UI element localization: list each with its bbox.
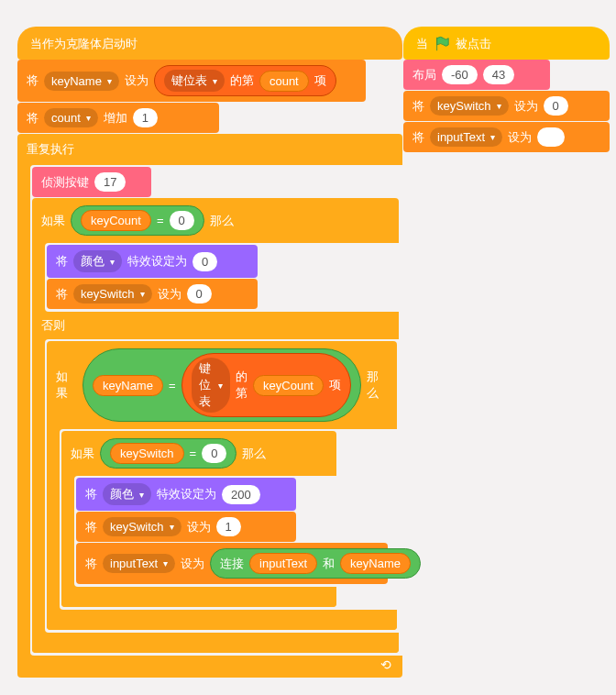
block-set-inputtext-right[interactable]: 将 inputText 设为 [403, 122, 610, 152]
input-inputtext-r[interactable] [537, 127, 565, 147]
op-equals-2[interactable]: keyName = 键位表 的第 keyCount 项 [82, 348, 361, 422]
block-layout[interactable]: 布局 -60 43 [403, 60, 550, 90]
var-inputtext[interactable]: inputText [249, 553, 317, 574]
block-set-keyswitch-right[interactable]: 将 keySwitch 设为 0 [403, 91, 610, 121]
block-set-effect-0[interactable]: 将 颜色 特效设定为 0 [47, 245, 258, 278]
op-equals-3[interactable]: keySwitch = 0 [100, 438, 236, 469]
input-effect-val-0[interactable]: 0 [192, 252, 217, 271]
list-dropdown[interactable]: 键位表 [164, 70, 225, 92]
var-dropdown-keyname[interactable]: keyName [44, 72, 119, 91]
var-keycount[interactable]: keyCount [81, 210, 151, 231]
var-dropdown-inputtext[interactable]: inputText [103, 554, 175, 573]
list-item-of[interactable]: 键位表 的第 count 项 [154, 65, 336, 96]
var-keyswitch-3[interactable]: keySwitch [110, 443, 184, 464]
var-count[interactable]: count [259, 71, 309, 92]
hat-green-flag[interactable]: 当 被点击 [403, 27, 610, 60]
input-equals-val-3[interactable]: 0 [202, 444, 226, 463]
var-dropdown-keyswitch-r[interactable]: keySwitch [430, 96, 509, 116]
block-set-effect-200[interactable]: 将 颜色 特效设定为 200 [76, 478, 296, 511]
input-key-id[interactable]: 17 [94, 172, 126, 192]
list-dropdown-2[interactable]: 键位表 [192, 358, 230, 413]
var-keyname-join[interactable]: keyName [340, 553, 411, 574]
block-detect-key[interactable]: 侦测按键 17 [32, 167, 151, 197]
block-set-keyswitch-0[interactable]: 将 keySwitch 设为 0 [47, 279, 258, 309]
block-if-keyname-match[interactable]: 如果 keyName = 键位表 的第 keyCount 项 [47, 341, 397, 630]
op-equals-1[interactable]: keyCount = 0 [71, 205, 204, 236]
var-dropdown-keyswitch-1[interactable]: keySwitch [73, 284, 152, 303]
var-keycount-2[interactable]: keyCount [253, 375, 324, 396]
input-layout-x[interactable]: -60 [442, 65, 478, 84]
block-if-else-keycount[interactable]: 如果 keyCount = 0 那么 将 颜色 特效设定为 [32, 198, 399, 653]
hat-start-as-clone[interactable]: 当作为克隆体启动时 [17, 27, 402, 60]
op-join[interactable]: 连接 inputText 和 keyName [210, 548, 421, 579]
hat-label: 当作为克隆体启动时 [30, 36, 138, 52]
var-dropdown-count[interactable]: count [44, 108, 98, 127]
input-keyswitch-1[interactable]: 1 [216, 517, 241, 536]
block-set-inputtext[interactable]: 将 inputText 设为 连接 inputText 和 keyName [76, 543, 388, 584]
block-change-count[interactable]: 将 count 增加 1 [17, 103, 219, 133]
input-keyswitch-0[interactable]: 0 [187, 284, 212, 303]
input-effect-200[interactable]: 200 [222, 485, 260, 504]
effect-dropdown-2[interactable]: 颜色 [103, 483, 151, 505]
input-equals-val-1[interactable]: 0 [170, 211, 194, 230]
loop-arrow-icon: ⟲ [17, 656, 402, 678]
list-item-of-2[interactable]: 键位表 的第 keyCount 项 [182, 353, 351, 417]
var-keyname-2[interactable]: keyName [93, 375, 163, 396]
input-layout-y[interactable]: 43 [483, 65, 514, 84]
block-forever[interactable]: 重复执行 侦测按键 17 如果 keyCount = 0 [17, 134, 402, 678]
var-dropdown-inputtext-r[interactable]: inputText [430, 127, 502, 147]
input-change-val[interactable]: 1 [133, 108, 158, 127]
block-set-keyname[interactable]: 将 keyName 设为 键位表 的第 count 项 [17, 60, 366, 102]
block-set-keyswitch-1[interactable]: 将 keySwitch 设为 1 [76, 512, 296, 542]
var-dropdown-keyswitch-2[interactable]: keySwitch [103, 517, 182, 536]
input-keyswitch-r[interactable]: 0 [544, 96, 568, 116]
effect-dropdown-1[interactable]: 颜色 [73, 250, 122, 272]
block-if-keyswitch[interactable]: 如果 keySwitch = 0 那么 [61, 431, 336, 607]
green-flag-icon [434, 36, 450, 52]
